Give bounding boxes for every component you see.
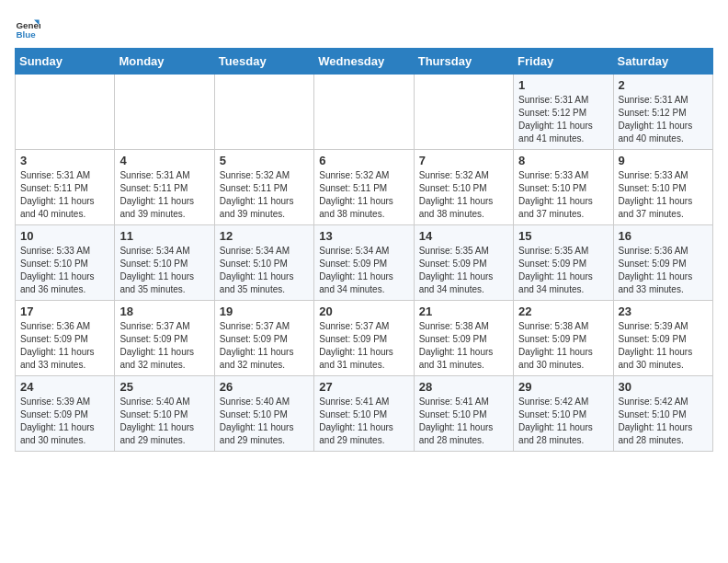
calendar-cell: 27Sunrise: 5:41 AMSunset: 5:10 PMDayligh… (314, 376, 414, 452)
day-info: Sunrise: 5:39 AMSunset: 5:09 PMDaylight:… (20, 396, 109, 447)
day-number: 14 (419, 229, 508, 243)
day-number: 17 (20, 304, 109, 318)
header-monday: Monday (115, 49, 214, 75)
day-info: Sunrise: 5:40 AMSunset: 5:10 PMDaylight:… (119, 396, 209, 447)
calendar-cell: 17Sunrise: 5:36 AMSunset: 5:09 PMDayligh… (16, 301, 115, 376)
day-number: 21 (419, 304, 508, 318)
calendar-cell: 14Sunrise: 5:35 AMSunset: 5:09 PMDayligh… (414, 225, 513, 301)
calendar-cell: 19Sunrise: 5:37 AMSunset: 5:09 PMDayligh… (214, 301, 313, 376)
day-info: Sunrise: 5:35 AMSunset: 5:09 PMDaylight:… (518, 245, 608, 296)
day-info: Sunrise: 5:33 AMSunset: 5:10 PMDaylight:… (518, 169, 608, 221)
day-info: Sunrise: 5:34 AMSunset: 5:09 PMDaylight:… (319, 245, 408, 296)
day-info: Sunrise: 5:34 AMSunset: 5:10 PMDaylight:… (220, 245, 309, 296)
day-info: Sunrise: 5:33 AMSunset: 5:10 PMDaylight:… (619, 169, 708, 221)
day-number: 9 (619, 154, 708, 167)
day-info: Sunrise: 5:33 AMSunset: 5:10 PMDaylight:… (20, 245, 109, 296)
calendar-cell: 21Sunrise: 5:38 AMSunset: 5:09 PMDayligh… (414, 301, 513, 376)
calendar-cell: 28Sunrise: 5:41 AMSunset: 5:10 PMDayligh… (414, 376, 513, 452)
calendar-cell: 18Sunrise: 5:37 AMSunset: 5:09 PMDayligh… (115, 301, 214, 376)
day-info: Sunrise: 5:35 AMSunset: 5:09 PMDaylight:… (419, 245, 508, 296)
day-info: Sunrise: 5:37 AMSunset: 5:09 PMDaylight:… (319, 320, 408, 372)
calendar-cell: 24Sunrise: 5:39 AMSunset: 5:09 PMDayligh… (16, 376, 115, 452)
week-row-2: 3Sunrise: 5:31 AMSunset: 5:11 PMDaylight… (16, 150, 713, 225)
day-number: 15 (518, 229, 608, 243)
logo: General Blue (15, 15, 44, 40)
calendar-cell: 3Sunrise: 5:31 AMSunset: 5:11 PMDaylight… (16, 150, 115, 225)
calendar-cell: 2Sunrise: 5:31 AMSunset: 5:12 PMDaylight… (613, 75, 712, 150)
day-info: Sunrise: 5:41 AMSunset: 5:10 PMDaylight:… (419, 396, 508, 447)
calendar-cell: 20Sunrise: 5:37 AMSunset: 5:09 PMDayligh… (314, 301, 414, 376)
calendar-cell (214, 75, 313, 150)
day-number: 28 (419, 380, 508, 394)
calendar-table: SundayMondayTuesdayWednesdayThursdayFrid… (15, 48, 713, 452)
day-info: Sunrise: 5:31 AMSunset: 5:11 PMDaylight:… (119, 169, 209, 221)
calendar-cell (16, 75, 115, 150)
day-number: 30 (619, 380, 708, 394)
day-number: 8 (518, 154, 608, 167)
day-info: Sunrise: 5:31 AMSunset: 5:12 PMDaylight:… (619, 94, 708, 145)
day-number: 1 (518, 78, 608, 92)
calendar-cell: 13Sunrise: 5:34 AMSunset: 5:09 PMDayligh… (314, 225, 414, 301)
calendar-cell: 16Sunrise: 5:36 AMSunset: 5:09 PMDayligh… (613, 225, 712, 301)
day-number: 12 (220, 229, 309, 243)
calendar-header-row: SundayMondayTuesdayWednesdayThursdayFrid… (16, 49, 713, 75)
calendar-cell: 6Sunrise: 5:32 AMSunset: 5:11 PMDaylight… (314, 150, 414, 225)
calendar-cell: 10Sunrise: 5:33 AMSunset: 5:10 PMDayligh… (16, 225, 115, 301)
day-number: 27 (319, 380, 408, 394)
day-info: Sunrise: 5:32 AMSunset: 5:10 PMDaylight:… (419, 169, 508, 221)
header-saturday: Saturday (613, 49, 712, 75)
day-number: 26 (220, 380, 309, 394)
day-number: 3 (20, 154, 109, 167)
day-info: Sunrise: 5:32 AMSunset: 5:11 PMDaylight:… (319, 169, 408, 221)
calendar-cell: 8Sunrise: 5:33 AMSunset: 5:10 PMDaylight… (514, 150, 613, 225)
calendar-cell: 7Sunrise: 5:32 AMSunset: 5:10 PMDaylight… (414, 150, 513, 225)
calendar-cell: 5Sunrise: 5:32 AMSunset: 5:11 PMDaylight… (214, 150, 313, 225)
calendar-cell: 29Sunrise: 5:42 AMSunset: 5:10 PMDayligh… (514, 376, 613, 452)
day-number: 22 (518, 304, 608, 318)
calendar-cell: 4Sunrise: 5:31 AMSunset: 5:11 PMDaylight… (115, 150, 214, 225)
header-sunday: Sunday (16, 49, 115, 75)
day-info: Sunrise: 5:38 AMSunset: 5:09 PMDaylight:… (419, 320, 508, 372)
calendar-cell: 26Sunrise: 5:40 AMSunset: 5:10 PMDayligh… (214, 376, 313, 452)
week-row-4: 17Sunrise: 5:36 AMSunset: 5:09 PMDayligh… (16, 301, 713, 376)
day-number: 19 (220, 304, 309, 318)
week-row-3: 10Sunrise: 5:33 AMSunset: 5:10 PMDayligh… (16, 225, 713, 301)
svg-text:Blue: Blue (16, 29, 36, 40)
calendar-cell: 12Sunrise: 5:34 AMSunset: 5:10 PMDayligh… (214, 225, 313, 301)
day-info: Sunrise: 5:31 AMSunset: 5:12 PMDaylight:… (518, 94, 608, 145)
day-info: Sunrise: 5:37 AMSunset: 5:09 PMDaylight:… (220, 320, 309, 372)
day-info: Sunrise: 5:42 AMSunset: 5:10 PMDaylight:… (518, 396, 608, 447)
calendar-cell (115, 75, 214, 150)
day-number: 13 (319, 229, 408, 243)
page-header: General Blue (15, 15, 713, 40)
day-number: 20 (319, 304, 408, 318)
day-number: 5 (220, 154, 309, 167)
day-number: 23 (619, 304, 708, 318)
day-number: 24 (20, 380, 109, 394)
day-number: 11 (119, 229, 209, 243)
day-number: 16 (619, 229, 708, 243)
day-info: Sunrise: 5:37 AMSunset: 5:09 PMDaylight:… (119, 320, 209, 372)
header-thursday: Thursday (414, 49, 513, 75)
week-row-5: 24Sunrise: 5:39 AMSunset: 5:09 PMDayligh… (16, 376, 713, 452)
header-friday: Friday (514, 49, 613, 75)
day-number: 4 (119, 154, 209, 167)
day-number: 2 (619, 78, 708, 92)
calendar-cell: 25Sunrise: 5:40 AMSunset: 5:10 PMDayligh… (115, 376, 214, 452)
logo-icon: General Blue (15, 15, 40, 40)
day-number: 18 (119, 304, 209, 318)
calendar-cell: 9Sunrise: 5:33 AMSunset: 5:10 PMDaylight… (613, 150, 712, 225)
calendar-cell: 30Sunrise: 5:42 AMSunset: 5:10 PMDayligh… (613, 376, 712, 452)
day-info: Sunrise: 5:31 AMSunset: 5:11 PMDaylight:… (20, 169, 109, 221)
day-info: Sunrise: 5:41 AMSunset: 5:10 PMDaylight:… (319, 396, 408, 447)
day-info: Sunrise: 5:39 AMSunset: 5:09 PMDaylight:… (619, 320, 708, 372)
day-info: Sunrise: 5:34 AMSunset: 5:10 PMDaylight:… (119, 245, 209, 296)
day-info: Sunrise: 5:42 AMSunset: 5:10 PMDaylight:… (619, 396, 708, 447)
day-info: Sunrise: 5:32 AMSunset: 5:11 PMDaylight:… (220, 169, 309, 221)
day-info: Sunrise: 5:38 AMSunset: 5:09 PMDaylight:… (518, 320, 608, 372)
header-tuesday: Tuesday (214, 49, 313, 75)
calendar-cell: 22Sunrise: 5:38 AMSunset: 5:09 PMDayligh… (514, 301, 613, 376)
calendar-cell (314, 75, 414, 150)
calendar-cell: 1Sunrise: 5:31 AMSunset: 5:12 PMDaylight… (514, 75, 613, 150)
day-number: 29 (518, 380, 608, 394)
